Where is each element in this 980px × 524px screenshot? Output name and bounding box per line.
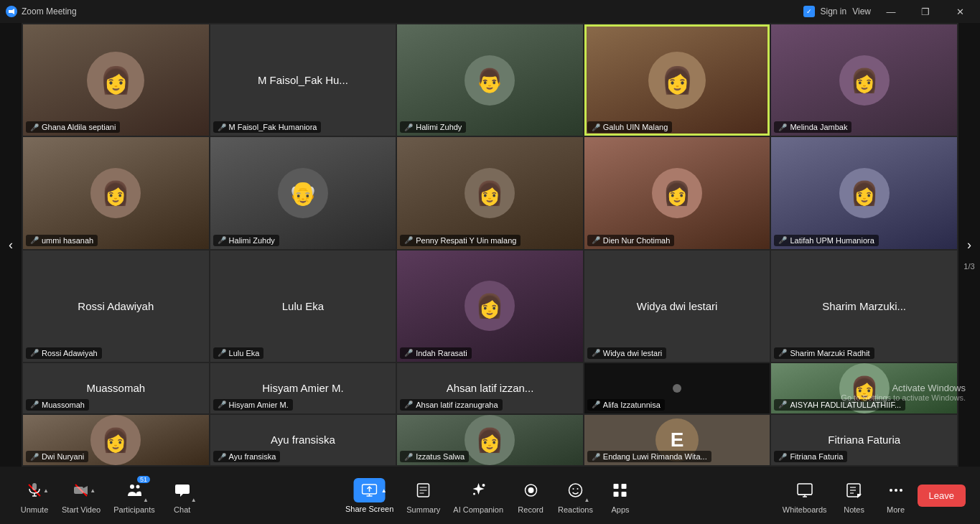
- participant-cell-p14: Widya dwi lestari 🎤 Widya dwi lestari: [584, 251, 770, 362]
- ai-companion-icon: [465, 477, 491, 503]
- chat-button[interactable]: ▲ Chat: [162, 473, 202, 518]
- participant-cell-p5: 👩 🎤 Melinda Jambak: [771, 24, 957, 136]
- mic-muted-p20: 🎤: [778, 401, 787, 408]
- more-button[interactable]: More: [876, 473, 916, 518]
- mic-muted-p17: 🎤: [218, 401, 226, 408]
- participant-cell-p3: 👨 🎤 Halimi Zuhdy: [397, 24, 583, 136]
- mic-muted-p4: 🎤: [592, 123, 600, 131]
- reactions-icon: ▲: [563, 477, 589, 503]
- share-screen-button[interactable]: ▲ Share Screen: [340, 474, 399, 518]
- participant-cell-p22: Ayu fransiska 🎤 Ayu fransiska: [210, 415, 396, 465]
- nav-arrow-left[interactable]: ‹ 1/3: [0, 23, 22, 467]
- name-only-text-p14: Widya dwi lestari: [631, 300, 724, 312]
- svg-rect-7: [74, 487, 83, 494]
- apps-button[interactable]: Apps: [600, 473, 640, 518]
- svg-point-20: [528, 487, 533, 493]
- summary-icon: [411, 477, 437, 503]
- participant-name-p8: 🎤 Penny Respati Y Uin malang: [400, 235, 521, 246]
- notes-button[interactable]: Notes: [834, 473, 874, 518]
- apps-icon: [607, 477, 633, 503]
- participant-name-p23: 🎤 Izzatus Salwa: [400, 451, 469, 462]
- participants-button[interactable]: 51 ▲ Participants: [108, 473, 160, 518]
- participant-name-p22: 🎤 Ayu fransiska: [213, 451, 281, 462]
- svg-rect-25: [622, 484, 627, 489]
- mic-muted-p6: 🎤: [30, 236, 39, 244]
- titlebar: Zoom Meeting ✓ Sign in View — ❐ ✕: [0, 0, 980, 23]
- participant-cell-p4: 👩 🎤 Galuh UIN Malang: [584, 24, 770, 136]
- svg-rect-3: [32, 483, 37, 490]
- ai-companion-button[interactable]: AI Companion: [447, 473, 509, 518]
- whiteboards-icon: [792, 477, 818, 503]
- participant-cell-p1: 👩 🎤 Ghana Aldila septiani: [23, 24, 209, 136]
- start-video-button[interactable]: ▲ Start Video: [56, 473, 106, 518]
- svg-point-21: [569, 484, 582, 497]
- restore-button[interactable]: ❐: [911, 1, 940, 22]
- main-area: ‹ 1/3 👩 🎤 Ghana Aldila septiani M Faisol…: [0, 23, 980, 467]
- mic-muted-p11: 🎤: [30, 349, 39, 357]
- mic-muted-p10: 🎤: [778, 236, 787, 244]
- name-only-text-p17: Hisyam Amier M.: [256, 382, 349, 394]
- view-button[interactable]: View: [852, 6, 871, 17]
- participant-name-p20: 🎤 AISYAH FADLILATULLATHIIF...: [774, 399, 905, 411]
- svg-rect-27: [622, 492, 627, 497]
- participant-cell-p25: Fitriana Faturia 🎤 Fitriana Faturia: [771, 415, 957, 465]
- summary-button[interactable]: Summary: [401, 473, 446, 518]
- mic-muted-p14: 🎤: [592, 349, 600, 357]
- participant-name-p13: 🎤 Indah Rarasati: [400, 347, 472, 359]
- participant-cell-p11: Rossi Adawiyah 🎤 Rossi Adawiyah: [23, 251, 209, 362]
- record-button[interactable]: Record: [510, 473, 551, 518]
- svg-point-18: [473, 492, 475, 495]
- whiteboards-button[interactable]: Whiteboards: [777, 473, 833, 518]
- reactions-button[interactable]: ▲ Reactions: [552, 473, 599, 518]
- name-only-text-p25: Fitriana Faturia: [822, 434, 906, 446]
- svg-point-17: [482, 484, 485, 487]
- shield-icon: ✓: [803, 6, 815, 17]
- mic-muted-p25: 🎤: [778, 453, 787, 461]
- svg-point-9: [130, 485, 134, 489]
- more-icon: [883, 477, 909, 503]
- unmute-button[interactable]: ▲ Unmute: [14, 473, 55, 518]
- participant-cell-p8: 👩 🎤 Penny Respati Y Uin malang: [397, 137, 583, 248]
- participant-cell-p17: Hisyam Amier M. 🎤 Hisyam Amier M.: [210, 363, 396, 413]
- participant-cell-p18: Ahsan latif izzan... 🎤 Ahsan latif izzan…: [397, 363, 583, 413]
- unmute-icon: ▲: [22, 477, 47, 503]
- name-only-text-p11: Rossi Adawiyah: [72, 300, 159, 312]
- participant-name-p9: 🎤 Dien Nur Chotimah: [587, 235, 675, 246]
- participant-cell-p21: 👩 🎤 Dwi Nuryani: [23, 415, 209, 465]
- mic-muted-p23: 🎤: [404, 453, 413, 461]
- mic-muted-p7: 🎤: [218, 236, 226, 244]
- participant-name-p14: 🎤 Widya dwi lestari: [587, 347, 667, 359]
- svg-rect-26: [614, 492, 619, 497]
- participant-name-p24: 🎤 Endang Luwi Rimanda Wita...: [587, 451, 711, 462]
- start-video-icon: ▲: [68, 477, 94, 503]
- toolbar: ▲ Unmute ▲ Start Video: [0, 467, 980, 524]
- close-button[interactable]: ✕: [946, 1, 974, 22]
- participant-name-p16: 🎤 Muassomah: [26, 399, 89, 411]
- svg-point-37: [900, 489, 902, 492]
- participant-name-p11: 🎤 Rossi Adawiyah: [26, 347, 102, 359]
- name-only-text-p18: Ahsan latif izzan...: [441, 382, 540, 394]
- participant-cell-p9: 👩 🎤 Dien Nur Chotimah: [584, 137, 770, 248]
- titlebar-title: Zoom Meeting: [22, 6, 77, 17]
- name-only-text-p15: Sharim Marzuki...: [816, 300, 912, 312]
- participant-name-p25: 🎤 Fitriana Faturia: [774, 451, 847, 462]
- participant-name-p1: 🎤 Ghana Aldila septiani: [26, 121, 120, 133]
- nav-arrow-right[interactable]: › 1/3: [958, 23, 980, 467]
- participant-cell-p15: Sharim Marzuki... 🎤 Sharim Marzuki Radhi…: [771, 251, 957, 362]
- titlebar-right: ✓ Sign in View — ❐ ✕: [803, 1, 975, 22]
- chat-icon: ▲: [169, 477, 195, 503]
- share-screen-icon: ▲: [354, 478, 386, 502]
- leave-button[interactable]: Leave: [918, 485, 966, 507]
- mic-muted-p19: 🎤: [592, 401, 600, 408]
- svg-rect-28: [798, 484, 812, 495]
- participants-icon: 51 ▲: [121, 477, 147, 503]
- mic-muted-p18: 🎤: [404, 401, 413, 408]
- participant-cell-p13: 👩 🎤 Indah Rarasati: [397, 251, 583, 362]
- name-only-text-p22: Ayu fransiska: [265, 434, 341, 446]
- video-grid-wrapper: 👩 🎤 Ghana Aldila septiani M Faisol_Fak H…: [22, 23, 958, 467]
- participant-cell-p2: M Faisol_Fak Hu... 🎤 M Faisol_Fak Humani…: [210, 24, 396, 136]
- participant-cell-p23: 👩 🎤 Izzatus Salwa: [397, 415, 583, 465]
- mic-muted-p5: 🎤: [778, 123, 787, 131]
- minimize-button[interactable]: —: [877, 1, 905, 22]
- sign-in-button[interactable]: Sign in: [821, 6, 847, 17]
